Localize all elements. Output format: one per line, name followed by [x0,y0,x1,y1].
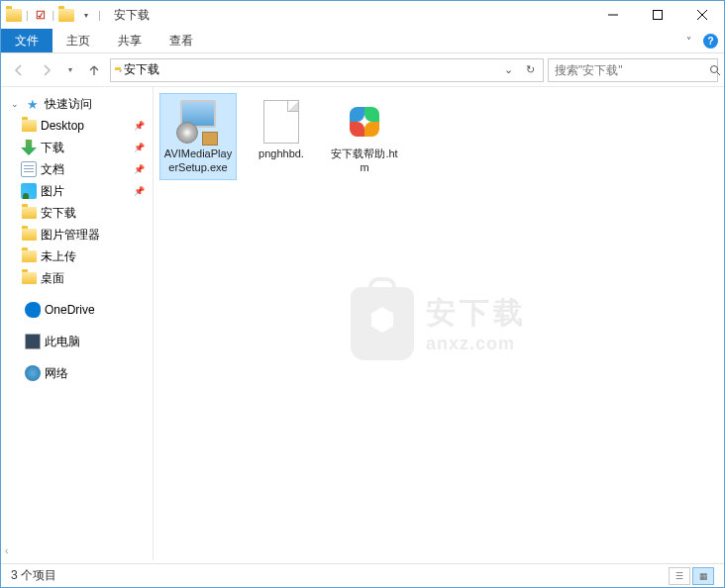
watermark-en: anxz.com [426,334,527,354]
nav-bar: ▾ › 安下载 ⌄ ↻ [1,53,724,87]
sidebar-item-documents[interactable]: 文档 📌 [1,158,153,180]
folder-icon [22,207,37,219]
star-icon: ★ [25,96,41,112]
help-button[interactable]: ? [703,34,718,49]
breadcrumb-label: 安下载 [124,61,159,78]
sidebar-item-label: 快速访问 [45,96,92,113]
maximize-button[interactable] [635,1,679,29]
search-input[interactable] [549,63,709,77]
status-bar: 3 个项目 ☰ ▦ [1,563,724,587]
document-icon [21,161,37,177]
tab-home[interactable]: 主页 [52,29,104,52]
file-list: AVIMediaPlayerSetup.exe pnghhbd. 安下载帮助.h… [154,87,724,186]
up-button[interactable] [82,58,106,82]
body: ⌄ ★ 快速访问 Desktop 📌 下载 📌 文档 📌 图片 📌 安下载 [1,87,724,560]
pin-icon: 📌 [134,121,145,131]
pin-icon: 📌 [134,143,145,152]
tab-share[interactable]: 共享 [104,29,155,52]
sidebar-network[interactable]: 网络 [1,362,153,384]
file-label: AVIMediaPlayerSetup.exe [162,147,234,175]
chevron-down-icon[interactable]: ⌄ [9,99,21,109]
search-button[interactable] [709,59,721,81]
sidebar-item-notuploaded[interactable]: 未上传 [1,245,153,267]
sidebar-item-label: OneDrive [45,303,95,317]
download-icon [21,140,37,155]
sidebar-item-desktop[interactable]: Desktop 📌 [1,115,153,137]
refresh-button[interactable]: ↻ [519,59,541,81]
file-label: pnghhbd. [259,147,304,161]
sidebar-item-anxz[interactable]: 安下载 [1,202,153,224]
sidebar-onedrive[interactable]: OneDrive [1,299,153,321]
title-bar: | ☑ | ▾ | 安下载 [1,1,724,29]
sidebar-quick-access[interactable]: ⌄ ★ 快速访问 [1,93,153,115]
ribbon-expand-icon[interactable]: ˅ [680,34,697,49]
breadcrumb-dropdown[interactable]: ⌄ [497,59,519,81]
sidebar: ⌄ ★ 快速访问 Desktop 📌 下载 📌 文档 📌 图片 📌 安下载 [1,87,154,560]
pin-icon: 📌 [134,164,145,174]
icons-view-button[interactable]: ▦ [692,567,714,585]
folder-icon [22,250,37,262]
sidebar-item-downloads[interactable]: 下载 📌 [1,137,153,158]
back-button[interactable] [7,58,31,82]
sidebar-item-label: 图片管理器 [41,227,100,244]
separator: | [52,10,55,21]
pc-icon [25,334,41,349]
properties-icon[interactable]: ☑ [32,6,50,24]
close-button[interactable] [679,1,724,29]
qat-dropdown-icon[interactable]: ▾ [77,6,95,24]
sidebar-item-label: 安下载 [41,205,76,222]
breadcrumb-segment[interactable]: 安下载 [122,61,165,78]
file-item[interactable]: 安下载帮助.htm [326,93,403,180]
details-view-button[interactable]: ☰ [669,567,690,585]
watermark: 安下载 anxz.com [351,287,527,360]
chevron-left-icon: ‹ [5,545,8,556]
onedrive-icon [25,302,41,318]
folder-icon [22,120,37,132]
search-box[interactable] [548,58,718,82]
view-switcher: ☰ ▦ [669,567,714,585]
sidebar-this-pc[interactable]: 此电脑 [1,331,153,352]
svg-line-5 [717,72,720,75]
forward-button[interactable] [35,58,58,82]
exe-icon [174,98,222,146]
svg-rect-1 [653,11,662,20]
ribbon: 文件 主页 共享 查看 ˅ ? [1,29,724,53]
sidebar-item-label: Desktop [41,119,84,133]
sidebar-item-label: 桌面 [41,270,64,287]
file-item[interactable]: AVIMediaPlayerSetup.exe [159,93,237,180]
sidebar-item-desktop2[interactable]: 桌面 [1,267,153,289]
status-text: 3 个项目 [11,567,56,584]
separator: | [26,10,29,21]
file-label: 安下载帮助.htm [329,147,400,175]
htm-icon [341,98,388,146]
shield-icon [351,287,414,360]
svg-point-4 [711,65,718,72]
file-pane[interactable]: 安下载 anxz.com AVIMediaPlayerSetup.exe png… [154,87,724,560]
file-icon [258,98,305,146]
minimize-button[interactable] [590,1,635,29]
tab-view[interactable]: 查看 [155,29,207,52]
folder-icon [22,272,37,284]
network-icon [25,365,41,381]
sidebar-item-pictures[interactable]: 图片 📌 [1,180,153,202]
sidebar-item-label: 未上传 [41,248,76,265]
sidebar-item-label: 文档 [41,161,64,178]
folder-icon[interactable] [57,6,75,24]
sidebar-item-label: 此电脑 [45,334,80,350]
sidebar-item-label: 网络 [45,365,68,382]
tab-file[interactable]: 文件 [1,29,52,52]
pin-icon: 📌 [134,186,145,196]
breadcrumb[interactable]: › 安下载 ⌄ ↻ [110,58,544,82]
separator: | [98,10,101,21]
folder-icon [22,229,37,241]
sidebar-item-picmgr[interactable]: 图片管理器 [1,224,153,245]
qat: | ☑ | ▾ | [1,6,106,24]
sidebar-item-label: 图片 [41,183,64,200]
watermark-cn: 安下载 [426,293,527,334]
history-dropdown[interactable]: ▾ [62,58,78,82]
window-title: 安下载 [106,7,150,24]
file-item[interactable]: pnghhbd. [243,93,320,166]
folder-icon [5,6,23,24]
window-controls [590,1,724,29]
picture-icon [21,183,37,199]
